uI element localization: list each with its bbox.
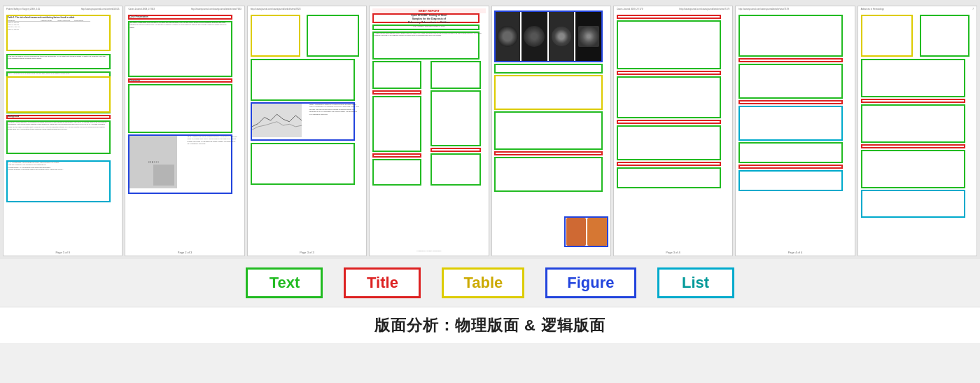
anno-title-8b xyxy=(861,144,965,148)
doc-page-4: BRIEF REPORT Xpert MTB/RIF Testing of St… xyxy=(369,6,489,256)
legend-text-item[interactable]: Text xyxy=(246,267,323,298)
anno-text-3a xyxy=(307,15,359,57)
anno-title-1a xyxy=(6,115,111,119)
doc-page-3: http://casesjournal.com/casesjournal/art… xyxy=(247,6,367,256)
anno-table-3a xyxy=(251,15,300,57)
legend-text-label: Text xyxy=(270,274,300,292)
legend-title-item[interactable]: Title xyxy=(344,267,421,298)
anno-title-6b xyxy=(617,71,721,75)
anno-text-4g xyxy=(430,90,482,146)
legend-list-label: List xyxy=(682,274,709,292)
anno-title-7c xyxy=(738,165,843,169)
anno-title-4d xyxy=(430,148,482,152)
legend-list-item[interactable]: List xyxy=(657,267,734,298)
page-header-2: Cases Journal 2009, 2:7923 xyxy=(128,8,155,11)
anno-title-6c xyxy=(617,120,721,124)
anno-figure-5b xyxy=(564,216,608,247)
anno-text-5c xyxy=(494,157,603,192)
doc-page-8: Advances in Hematology 7 xyxy=(858,6,977,256)
anno-text-4d xyxy=(372,96,421,152)
doc-page-5 xyxy=(491,6,611,256)
anno-text-4c xyxy=(372,61,421,89)
page-header-right-8: 7 xyxy=(972,8,974,11)
anno-title-5a xyxy=(494,151,603,155)
anno-text-4e xyxy=(372,159,421,186)
anno-text-6c xyxy=(617,125,721,160)
anno-title-7b xyxy=(738,100,843,104)
anno-text-8a xyxy=(920,15,969,57)
legend-strip: Text Title Table Figure List xyxy=(0,259,980,307)
anno-text-6b xyxy=(617,76,721,118)
anno-text-2a xyxy=(128,21,232,77)
anno-list-8a xyxy=(861,190,965,218)
anno-text-8d xyxy=(861,150,965,188)
anno-text-3b xyxy=(251,59,355,101)
page-header-6: Cases Journal 2009, 2:7179 xyxy=(617,8,643,11)
page-header-3: http://casesjournal.com/casesjournal/art… xyxy=(251,8,301,11)
doc-page-2: Cases Journal 2009, 2:7923 http://casesj… xyxy=(125,6,244,256)
page-num-3: Page 3 of 3 xyxy=(300,251,314,254)
legend-table-item[interactable]: Table xyxy=(442,267,524,298)
anno-text-5b xyxy=(494,111,603,150)
anno-text-5a xyxy=(494,64,603,74)
legend-title-label: Title xyxy=(367,274,398,292)
page-header-7: http://casesjournal.com/casesjournal/art… xyxy=(738,8,789,11)
page-num-6: Page 3 of 4 xyxy=(666,251,680,254)
anno-title-6d xyxy=(617,162,721,166)
anno-table-8a xyxy=(861,15,913,57)
anno-text-6a xyxy=(617,20,721,69)
anno-text-6d xyxy=(617,167,721,188)
anno-title-8a xyxy=(861,99,965,103)
doc-page-6: Cases Journal 2009, 2:7179 http://casesj… xyxy=(613,6,733,256)
document-strip: Patient Safety in Surgery 2009, 3:25 htt… xyxy=(0,0,980,259)
anno-text-2b xyxy=(128,84,232,133)
anno-text-3c xyxy=(251,143,355,185)
anno-title-6a xyxy=(617,15,721,19)
title-text: 版面分析：物理版面 & 逻辑版面 xyxy=(374,315,606,336)
legend-table-label: Table xyxy=(463,274,503,292)
page-title: 版面分析：物理版面 & 逻辑版面 xyxy=(0,307,980,343)
anno-text-4h xyxy=(430,153,482,186)
anno-title-4b xyxy=(372,90,421,95)
doc-page-1: Patient Safety in Surgery 2009, 3:25 htt… xyxy=(3,6,122,256)
page-header-right-6: http://casesjournal.com/casesjournal/art… xyxy=(680,8,730,11)
anno-list-7b xyxy=(738,170,843,191)
anno-text-8b xyxy=(861,59,965,97)
legend-figure-item[interactable]: Figure xyxy=(545,267,636,298)
anno-text-4f xyxy=(430,61,482,89)
page-num-7: Page 4 of 4 xyxy=(788,251,802,254)
app-container: Patient Safety in Surgery 2009, 3:25 htt… xyxy=(0,0,980,383)
page-header-right-2: http://casesjournal.com/casesjournal/art… xyxy=(191,8,241,11)
page-num-1: Page 5 of 9 xyxy=(55,251,69,254)
legend-figure-label: Figure xyxy=(567,274,614,292)
anno-text-7c xyxy=(738,142,843,163)
page-num-2: Page 2 of 3 xyxy=(178,251,192,254)
anno-list-7a xyxy=(738,106,843,141)
anno-figure-5a xyxy=(494,11,603,62)
doc-page-7: http://casesjournal.com/casesjournal/art… xyxy=(735,6,855,256)
anno-table-1b xyxy=(6,76,111,113)
anno-title-4c xyxy=(372,153,421,158)
page-header-right-1: http://www.pssjournal.com/content/3/1/25 xyxy=(81,8,120,11)
anno-text-8c xyxy=(861,104,965,143)
page-header-1: Patient Safety in Surgery 2009, 3:25 xyxy=(6,8,40,11)
anno-text-7b xyxy=(738,64,843,99)
anno-text-7a xyxy=(738,15,843,57)
anno-table-5a xyxy=(494,75,603,110)
anno-title-7a xyxy=(738,58,843,62)
page-header-8: Advances in Hematology xyxy=(861,8,884,11)
anno-title-2b xyxy=(128,78,232,83)
